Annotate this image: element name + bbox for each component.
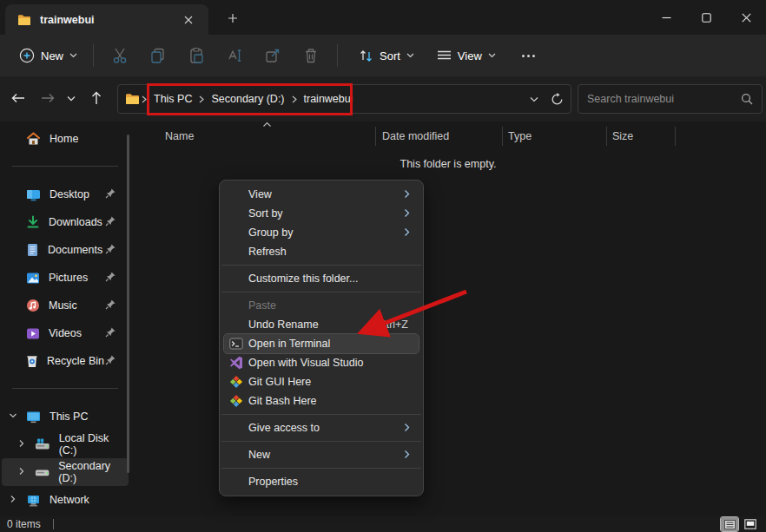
column-divider[interactable] bbox=[606, 127, 607, 146]
menu-item-label: New bbox=[248, 449, 270, 461]
column-header-name[interactable]: Name bbox=[165, 130, 194, 142]
sidebar-item-label: Music bbox=[49, 299, 77, 312]
view-button[interactable]: View bbox=[428, 44, 505, 68]
sidebar-item-secondary-d[interactable]: Secondary (D:) bbox=[2, 458, 129, 486]
chevron-expanded-icon[interactable] bbox=[9, 411, 17, 420]
menu-item-open-in-terminal[interactable]: Open in Terminal bbox=[224, 334, 419, 353]
network-icon bbox=[26, 494, 41, 507]
menu-item-sort-by[interactable]: Sort by bbox=[224, 204, 419, 223]
menu-item-group-by[interactable]: Group by bbox=[224, 223, 419, 242]
cut-button[interactable] bbox=[101, 40, 139, 71]
copy-button[interactable] bbox=[139, 40, 177, 71]
toolbar-divider bbox=[337, 44, 338, 67]
more-options-button[interactable] bbox=[513, 42, 545, 69]
breadcrumb-this-pc[interactable]: This PC bbox=[149, 90, 197, 108]
search-icon bbox=[741, 93, 753, 105]
search-box[interactable] bbox=[578, 84, 763, 114]
sidebar-divider bbox=[12, 166, 118, 167]
menu-item-view[interactable]: View bbox=[224, 185, 419, 204]
menu-item-undo-rename[interactable]: Undo Rename Ctrl+Z bbox=[224, 315, 419, 334]
paste-button[interactable] bbox=[177, 40, 215, 71]
menu-item-git-gui-here[interactable]: Git GUI Here bbox=[224, 372, 419, 391]
menu-item-label: Open in Terminal bbox=[248, 338, 330, 350]
local-disk-icon bbox=[35, 438, 50, 450]
rename-button[interactable] bbox=[215, 40, 254, 71]
column-headers: Name Date modified Type Size bbox=[130, 123, 766, 149]
thumbnail-view-toggle[interactable] bbox=[742, 517, 759, 531]
breadcrumb-drive[interactable]: Secondary (D:) bbox=[206, 90, 289, 108]
details-view-toggle[interactable] bbox=[721, 517, 738, 531]
refresh-icon[interactable] bbox=[551, 93, 564, 106]
sidebar-item-desktop[interactable]: Desktop bbox=[2, 181, 129, 208]
column-header-type[interactable]: Type bbox=[508, 130, 532, 142]
close-window-button[interactable] bbox=[726, 0, 766, 35]
plus-circle-icon bbox=[19, 48, 35, 63]
menu-item-customize-folder[interactable]: Customize this folder... bbox=[224, 269, 419, 288]
chevron-collapsed-icon[interactable] bbox=[9, 495, 17, 503]
sidebar-scrollbar[interactable] bbox=[127, 135, 129, 473]
sidebar-item-recycle-bin[interactable]: Recycle Bin bbox=[2, 347, 129, 375]
chevron-right-icon bbox=[142, 95, 147, 103]
menu-shortcut: Ctrl+Z bbox=[379, 319, 408, 331]
column-divider[interactable] bbox=[675, 127, 676, 146]
sidebar-item-label: Home bbox=[50, 133, 78, 145]
sidebar-item-downloads[interactable]: Downloads bbox=[2, 208, 129, 236]
share-button[interactable] bbox=[254, 40, 292, 71]
menu-item-open-with-visual-studio[interactable]: Open with Visual Studio bbox=[224, 353, 419, 372]
address-dropdown-icon[interactable] bbox=[530, 96, 538, 102]
delete-button[interactable] bbox=[292, 40, 330, 71]
minimize-button[interactable] bbox=[646, 0, 686, 35]
forward-button[interactable] bbox=[35, 85, 61, 111]
sidebar-item-network[interactable]: Network bbox=[2, 486, 129, 514]
back-button[interactable] bbox=[5, 85, 31, 111]
column-header-date-modified[interactable]: Date modified bbox=[382, 130, 449, 142]
column-divider[interactable] bbox=[375, 127, 376, 146]
breadcrumb-folder[interactable]: trainwebui bbox=[299, 90, 359, 108]
new-button[interactable]: New bbox=[10, 43, 86, 69]
plus-icon bbox=[228, 13, 238, 23]
minimize-icon bbox=[662, 13, 671, 23]
share-icon bbox=[264, 47, 281, 64]
sort-button[interactable]: Sort bbox=[350, 43, 423, 69]
address-bar[interactable]: This PC Secondary (D:) trainwebui bbox=[117, 84, 571, 114]
sidebar-item-documents[interactable]: Documents bbox=[2, 236, 129, 264]
menu-item-label: Group by bbox=[248, 227, 293, 239]
recycle-bin-icon bbox=[26, 354, 38, 368]
menu-item-git-bash-here[interactable]: Git Bash Here bbox=[224, 391, 419, 410]
new-tab-button[interactable] bbox=[221, 7, 245, 30]
menu-item-new[interactable]: New bbox=[224, 445, 419, 464]
menu-item-label: Customize this folder... bbox=[248, 273, 358, 285]
explorer-tab[interactable]: trainwebui bbox=[5, 4, 208, 35]
menu-item-label: Give access to bbox=[248, 422, 320, 434]
pin-icon bbox=[105, 326, 116, 338]
new-button-label: New bbox=[41, 49, 63, 62]
sidebar-item-local-disk-c[interactable]: Local Disk (C:) bbox=[2, 430, 129, 458]
maximize-button[interactable] bbox=[686, 0, 726, 35]
menu-item-refresh[interactable]: Refresh bbox=[224, 242, 419, 261]
column-header-size[interactable]: Size bbox=[612, 130, 633, 142]
up-button[interactable] bbox=[83, 85, 109, 111]
pin-icon bbox=[105, 215, 116, 227]
sidebar-item-pictures[interactable]: Pictures bbox=[2, 264, 129, 292]
pin-icon bbox=[105, 187, 116, 199]
thumbnail-view-icon bbox=[744, 519, 756, 529]
sidebar-item-videos[interactable]: Videos bbox=[2, 319, 129, 347]
music-icon bbox=[26, 299, 40, 312]
ellipsis-icon bbox=[522, 55, 525, 57]
menu-item-give-access-to[interactable]: Give access to bbox=[224, 418, 419, 437]
breadcrumb-separator bbox=[197, 95, 206, 103]
menu-item-label: Undo Rename bbox=[248, 319, 319, 331]
recent-locations-button[interactable] bbox=[61, 85, 82, 111]
item-count: 0 items bbox=[7, 518, 41, 530]
tab-close-button[interactable] bbox=[177, 10, 200, 30]
chevron-collapsed-icon[interactable] bbox=[17, 467, 25, 476]
sidebar-item-home[interactable]: Home bbox=[2, 125, 129, 153]
sidebar-item-this-pc[interactable]: This PC bbox=[2, 403, 129, 430]
chevron-collapsed-icon[interactable] bbox=[17, 439, 25, 448]
column-divider[interactable] bbox=[502, 127, 503, 146]
paste-icon bbox=[188, 47, 205, 64]
search-input[interactable] bbox=[587, 93, 741, 105]
sidebar-item-music[interactable]: Music bbox=[2, 292, 129, 319]
menu-divider bbox=[221, 441, 421, 442]
menu-item-properties[interactable]: Properties bbox=[224, 472, 419, 491]
